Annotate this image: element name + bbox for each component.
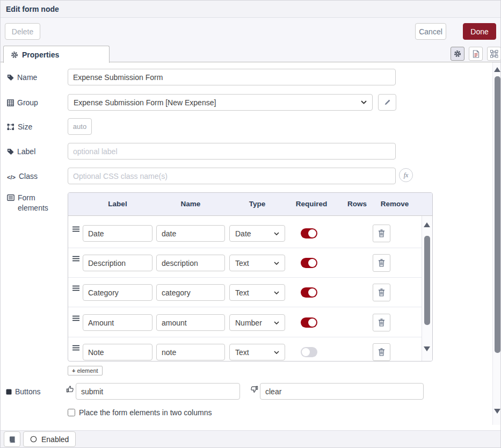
thumbs-down-icon	[250, 385, 258, 393]
table-row: Text	[68, 337, 422, 362]
frame-select-icon	[490, 50, 498, 58]
chevron-down-icon	[361, 100, 367, 104]
required-toggle[interactable]	[301, 287, 317, 298]
class-field-label: </> Class	[7, 171, 38, 183]
square-icon	[6, 389, 12, 395]
description-view-button[interactable]	[469, 47, 483, 61]
trash-icon	[378, 319, 385, 327]
status-circle-icon	[30, 436, 37, 443]
remove-element-button[interactable]	[373, 343, 390, 361]
table-row: Text	[68, 278, 422, 307]
drag-handle-icon[interactable]	[72, 315, 79, 321]
clear-button-label-input[interactable]	[260, 383, 424, 400]
form-elements-table: Label Name Type Required Rows Remove Dat…	[68, 192, 433, 362]
label-input[interactable]	[68, 143, 396, 160]
two-columns-option[interactable]: Place the form elements in two columns	[68, 408, 212, 417]
element-name-input[interactable]	[156, 284, 225, 301]
node-help-button[interactable]	[4, 431, 20, 447]
two-columns-label: Place the form elements in two columns	[79, 408, 212, 417]
toggle-knob	[308, 288, 316, 297]
element-label-input[interactable]	[83, 314, 153, 331]
add-element-button[interactable]: + element	[68, 366, 103, 375]
element-name-input[interactable]	[156, 255, 225, 271]
size-field-label: Size	[7, 122, 32, 132]
pencil-icon	[384, 99, 391, 106]
element-type-select[interactable]: Number	[229, 314, 285, 331]
panel-scrollbar[interactable]	[492, 62, 501, 425]
drag-handle-icon[interactable]	[72, 285, 79, 291]
col-header-required: Required	[296, 200, 328, 208]
required-toggle[interactable]	[301, 228, 317, 239]
drag-handle-icon[interactable]	[72, 256, 79, 262]
element-name-input[interactable]	[156, 344, 225, 360]
element-type-select[interactable]: Date	[229, 225, 285, 242]
enabled-label: Enabled	[41, 435, 69, 444]
done-button[interactable]: Done	[463, 23, 496, 40]
dialog-title: Edit form node	[6, 1, 59, 18]
element-label-input[interactable]	[83, 344, 153, 360]
drag-handle-icon[interactable]	[72, 226, 79, 232]
thumbs-up-icon	[66, 385, 74, 393]
chevron-down-icon	[274, 351, 279, 354]
form-elements-field-label: Form elements	[7, 193, 61, 213]
element-name-input[interactable]	[156, 314, 225, 331]
required-toggle[interactable]	[301, 317, 317, 328]
fx-expression-button[interactable]: fx	[399, 168, 413, 182]
edit-group-button[interactable]	[378, 94, 396, 111]
cancel-button[interactable]: Cancel	[415, 23, 446, 40]
toggle-knob	[308, 259, 316, 267]
remove-element-button[interactable]	[373, 254, 390, 272]
element-type-select[interactable]: Text	[229, 344, 285, 360]
element-label-input[interactable]	[83, 255, 153, 271]
required-toggle[interactable]	[301, 258, 317, 268]
drag-handle-icon[interactable]	[72, 345, 79, 351]
node-enabled-button[interactable]: Enabled	[23, 431, 76, 447]
submit-button-label-input[interactable]	[76, 383, 240, 400]
chevron-down-icon	[274, 262, 279, 265]
list-icon	[7, 194, 14, 201]
element-type-select[interactable]: Text	[229, 255, 285, 271]
tag-icon	[7, 148, 14, 155]
two-columns-checkbox[interactable]	[68, 409, 75, 416]
group-select[interactable]: Expense Submission Form [New Expense]	[68, 94, 373, 111]
scrollbar-thumb[interactable]	[424, 236, 430, 325]
trash-icon	[378, 229, 385, 237]
col-header-name: Name	[181, 200, 201, 208]
delete-button[interactable]: Delete	[5, 23, 40, 40]
element-label-input[interactable]	[83, 284, 153, 301]
appearance-view-button[interactable]	[487, 47, 501, 61]
scroll-down-arrow[interactable]	[494, 409, 500, 414]
element-type-select[interactable]: Text	[229, 284, 285, 301]
remove-element-button[interactable]	[373, 225, 390, 242]
properties-view-button[interactable]	[451, 47, 464, 61]
class-input[interactable]	[68, 168, 396, 184]
scroll-up-arrow[interactable]	[494, 67, 500, 72]
chevron-down-icon	[274, 291, 279, 294]
col-header-remove: Remove	[381, 200, 409, 208]
element-label-input[interactable]	[83, 225, 153, 242]
table-row: Date	[68, 219, 422, 248]
toggle-knob	[308, 229, 316, 237]
scroll-down-arrow[interactable]	[424, 346, 430, 351]
element-name-input[interactable]	[156, 225, 225, 242]
scroll-up-arrow[interactable]	[424, 222, 430, 227]
tab-properties[interactable]: Properties	[3, 46, 110, 63]
required-toggle[interactable]	[301, 347, 317, 357]
col-header-type: Type	[249, 200, 266, 208]
plus-icon: +	[72, 367, 75, 374]
chevron-down-icon	[274, 321, 279, 324]
scrollbar-thumb[interactable]	[495, 76, 500, 353]
label-field-label: Label	[7, 147, 35, 157]
table-scrollbar[interactable]	[422, 216, 432, 362]
group-field-label: Group	[7, 98, 38, 108]
table-header: Label Name Type Required Rows Remove	[68, 193, 432, 216]
name-input[interactable]	[68, 69, 396, 85]
trash-icon	[378, 348, 385, 356]
trash-icon	[378, 259, 385, 267]
remove-element-button[interactable]	[373, 284, 390, 301]
size-auto-button[interactable]: auto	[68, 118, 92, 135]
buttons-field-label: Buttons	[6, 387, 40, 397]
toggle-knob	[302, 348, 310, 356]
remove-element-button[interactable]	[373, 314, 390, 331]
col-header-label: Label	[108, 200, 127, 208]
